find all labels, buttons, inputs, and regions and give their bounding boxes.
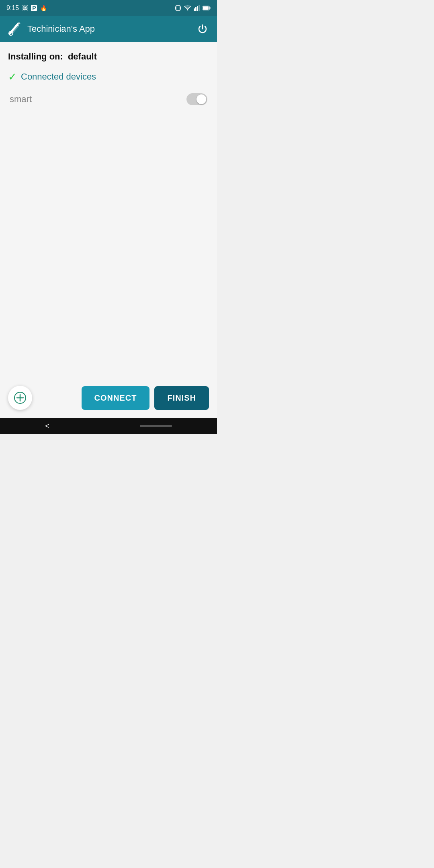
power-button[interactable] <box>194 21 211 37</box>
status-bar-right <box>174 5 211 11</box>
svg-rect-5 <box>195 7 197 11</box>
back-button[interactable]: < <box>45 422 49 430</box>
finish-button[interactable]: FINISH <box>154 386 209 410</box>
action-buttons: CONNECT FINISH <box>82 386 209 410</box>
battery-icon <box>203 6 211 10</box>
svg-rect-4 <box>194 8 195 11</box>
wifi-icon <box>184 5 191 11</box>
smart-toggle[interactable] <box>186 93 207 105</box>
nav-bar: < <box>0 418 217 434</box>
installing-label: Installing on: <box>8 51 63 62</box>
connected-devices-text: Connected devices <box>21 72 96 82</box>
flame-icon: 🔥 <box>40 5 47 11</box>
status-bar: 9:15 🖼 P 🔥 <box>0 0 217 16</box>
svg-rect-1 <box>175 6 176 10</box>
power-icon <box>197 23 208 35</box>
svg-rect-0 <box>176 6 180 10</box>
status-time: 9:15 <box>6 4 19 12</box>
vibrate-icon <box>174 5 182 11</box>
parking-icon: P <box>31 5 37 11</box>
bottom-action-area: CONNECT FINISH <box>0 378 217 418</box>
status-bar-left: 9:15 🖼 P 🔥 <box>6 4 47 12</box>
app-logo-icon <box>6 21 23 37</box>
smart-label: smart <box>10 94 32 104</box>
installing-row: Installing on: default <box>8 51 209 62</box>
image-icon: 🖼 <box>22 5 28 11</box>
svg-rect-2 <box>180 6 181 10</box>
svg-rect-7 <box>199 5 200 11</box>
add-button[interactable] <box>8 386 32 410</box>
svg-rect-10 <box>203 6 209 10</box>
svg-point-3 <box>187 9 188 10</box>
app-title: Techinician's App <box>27 24 95 34</box>
plus-icon <box>14 391 27 404</box>
home-pill[interactable] <box>140 425 172 427</box>
svg-rect-9 <box>210 7 211 9</box>
check-icon: ✓ <box>8 72 17 82</box>
app-bar: Techinician's App <box>0 16 217 42</box>
smart-row: smart <box>8 90 209 108</box>
connected-devices-row[interactable]: ✓ Connected devices <box>8 72 209 82</box>
toggle-thumb <box>197 94 206 104</box>
svg-rect-6 <box>197 6 198 11</box>
main-content: Installing on: default ✓ Connected devic… <box>0 42 217 394</box>
connect-button[interactable]: CONNECT <box>82 386 150 410</box>
installing-value: default <box>68 51 97 62</box>
signal-icon <box>194 5 200 11</box>
app-bar-title-section: Techinician's App <box>6 21 95 37</box>
